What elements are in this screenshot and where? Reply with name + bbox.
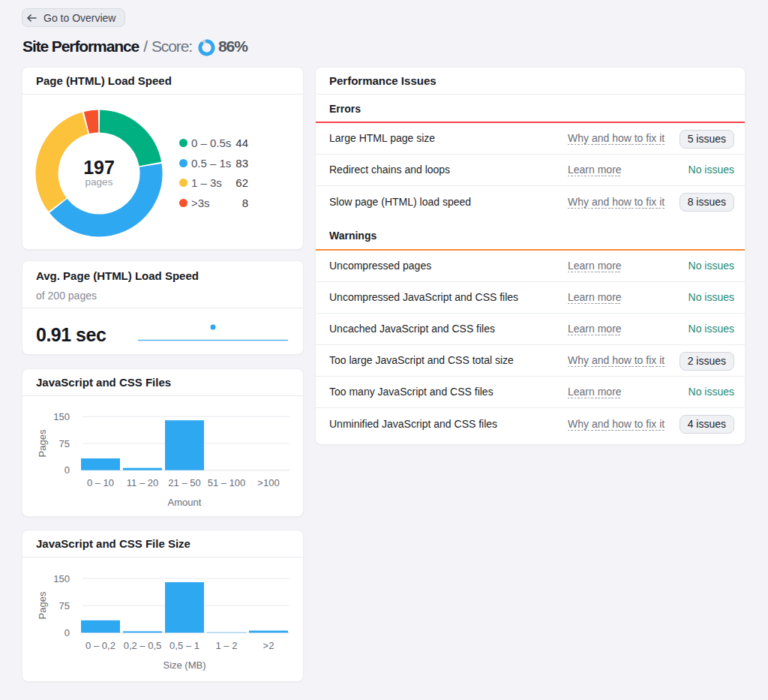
svg-text:Amount: Amount xyxy=(168,497,202,508)
svg-text:Pages: Pages xyxy=(37,591,48,619)
svg-text:75: 75 xyxy=(59,600,70,611)
svg-text:0,5 – 1: 0,5 – 1 xyxy=(170,640,200,651)
svg-text:>2: >2 xyxy=(263,640,274,651)
svg-text:0,2 – 0,5: 0,2 – 0,5 xyxy=(124,640,162,651)
svg-text:150: 150 xyxy=(53,411,70,422)
svg-text:0 – 0,2: 0 – 0,2 xyxy=(86,640,116,651)
svg-text:75: 75 xyxy=(59,438,70,449)
svg-text:Size (MB): Size (MB) xyxy=(163,659,206,671)
svg-text:>100: >100 xyxy=(257,477,279,488)
svg-text:11 – 20: 11 – 20 xyxy=(127,477,158,488)
svg-text:51 – 100: 51 – 100 xyxy=(208,477,246,488)
svg-text:150: 150 xyxy=(53,573,70,584)
svg-text:0: 0 xyxy=(64,464,70,476)
svg-text:0 – 10: 0 – 10 xyxy=(87,477,114,488)
svg-text:0: 0 xyxy=(64,627,70,638)
svg-text:21 – 50: 21 – 50 xyxy=(168,477,200,488)
svg-text:Pages: Pages xyxy=(37,429,48,457)
svg-text:1 – 2: 1 – 2 xyxy=(216,640,238,651)
